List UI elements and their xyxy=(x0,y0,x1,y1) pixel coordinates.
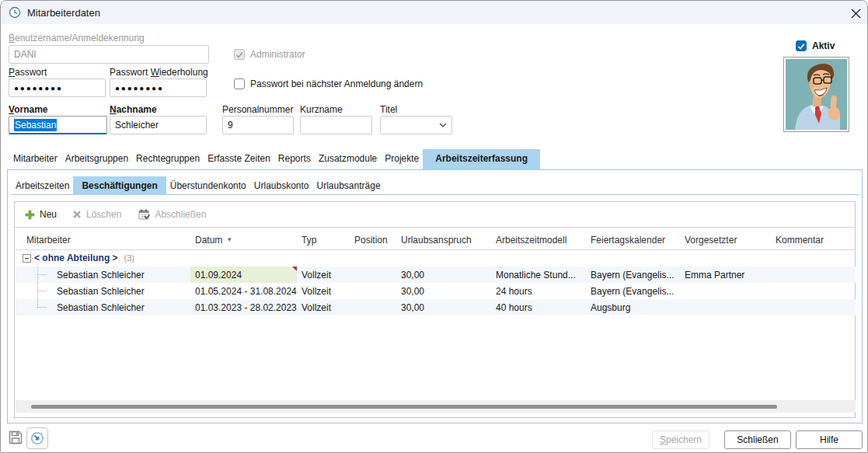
tab-reports[interactable]: Reports xyxy=(274,149,315,170)
plus-icon xyxy=(25,210,35,220)
change-password-checkbox[interactable]: Passwort bei nächster Anmeldung ändern xyxy=(234,78,423,89)
title-bar: Mitarbeiterdaten xyxy=(1,1,867,24)
employee-photo xyxy=(783,57,849,132)
vorname-label: Vorname xyxy=(9,104,47,115)
subtab-beschaeftigungen[interactable]: Beschäftigungen xyxy=(73,176,166,195)
neu-button[interactable]: Neu xyxy=(25,209,57,220)
employee-photo-image xyxy=(786,59,847,130)
personalnummer-field[interactable]: 9 xyxy=(222,116,294,134)
nachname-label: Nachname xyxy=(110,104,157,115)
tab-erfasste-zeiten[interactable]: Erfasste Zeiten xyxy=(204,149,274,170)
kurzname-label: Kurzname xyxy=(300,104,343,115)
nachname-field[interactable]: Schleicher xyxy=(110,116,207,134)
main-tab-strip: Mitarbeiter Arbeitsgruppen Rechtegruppen… xyxy=(9,149,540,170)
arrow-circle-icon xyxy=(30,431,44,445)
column-header-feiertagskalender[interactable]: Feiertagskalender xyxy=(586,230,680,249)
vorname-field[interactable]: Sebastian xyxy=(9,116,107,134)
group-count: (3) xyxy=(124,253,134,263)
administrator-checkbox[interactable]: Administrator xyxy=(234,49,305,60)
beschaeftigungen-grid: Neu Löschen Abschließen Mitarbeiter Datu… xyxy=(14,201,856,418)
tab-rechtegruppen[interactable]: Rechtegruppen xyxy=(132,149,204,170)
sync-icon-button[interactable] xyxy=(26,427,48,449)
hilfe-button[interactable]: Hilfe xyxy=(796,430,863,449)
aktiv-checkbox[interactable]: Aktiv xyxy=(796,40,835,51)
datum-cell-highlighted: 01.09.2024 xyxy=(190,267,297,283)
column-header-typ[interactable]: Typ xyxy=(297,230,350,249)
column-header-datum[interactable]: Datum▼ xyxy=(190,230,297,249)
table-row[interactable]: Sebastian Schleicher 01.09.2024 Vollzeit… xyxy=(16,267,856,283)
column-header-mitarbeiter[interactable]: Mitarbeiter xyxy=(22,230,190,249)
horizontal-scrollbar-thumb[interactable] xyxy=(31,405,777,409)
column-header-vorgesetzter[interactable]: Vorgesetzter xyxy=(680,230,771,249)
table-row[interactable]: Sebastian Schleicher 01.05.2024 - 31.08.… xyxy=(16,283,856,299)
kurzname-field[interactable] xyxy=(300,116,372,134)
tab-arbeitsgruppen[interactable]: Arbeitsgruppen xyxy=(61,149,132,170)
tab-projekte[interactable]: Projekte xyxy=(381,149,423,170)
sort-desc-icon: ▼ xyxy=(226,236,232,243)
personalnummer-label: Personalnummer xyxy=(222,104,293,115)
table-row[interactable]: Sebastian Schleicher 01.03.2023 - 28.02.… xyxy=(16,299,856,315)
group-row[interactable]: < ohne Abteilung >(3) xyxy=(16,250,856,267)
delete-x-icon xyxy=(72,210,82,219)
chevron-down-icon xyxy=(439,123,447,127)
administrator-label: Administrator xyxy=(250,49,305,60)
speichern-button[interactable]: Speichern xyxy=(652,430,709,449)
aktiv-label: Aktiv xyxy=(812,40,835,51)
column-header-position[interactable]: Position xyxy=(350,230,396,249)
password-field[interactable]: ●●●●●●●● xyxy=(9,78,106,97)
grid-header-row: Mitarbeiter Datum▼ Typ Position Urlaubsa… xyxy=(16,230,856,250)
subtab-arbeitszeiten[interactable]: Arbeitszeiten xyxy=(12,176,73,195)
username-label: Benutzername/Anmeldekennung xyxy=(9,33,145,44)
loeschen-button[interactable]: Löschen xyxy=(72,209,121,220)
change-password-label: Passwort bei nächster Anmeldung ändern xyxy=(250,78,423,89)
username-field[interactable]: DANI xyxy=(9,45,209,64)
titel-label: Titel xyxy=(380,104,397,115)
abschliessen-button[interactable]: Abschließen xyxy=(138,209,206,220)
subtab-urlaubskonto[interactable]: Urlaubskonto xyxy=(250,176,313,195)
titel-select[interactable] xyxy=(380,116,452,134)
column-header-urlaubsanspruch[interactable]: Urlaubsanspruch xyxy=(396,230,491,249)
column-header-kommentar[interactable]: Kommentar xyxy=(771,230,844,249)
password-label: Passwort xyxy=(9,67,47,78)
column-header-arbeitszeitmodell[interactable]: Arbeitszeitmodell xyxy=(491,230,586,249)
tab-mitarbeiter[interactable]: Mitarbeiter xyxy=(9,149,61,170)
dialog-mitarbeiterdaten: Mitarbeiterdaten Benutzername/Anmeldeken… xyxy=(0,0,868,453)
change-password-checkbox-box[interactable] xyxy=(234,78,245,89)
sub-tab-strip: Arbeitszeiten Beschäftigungen Überstunde… xyxy=(12,176,385,195)
calendar-icon xyxy=(138,209,150,220)
app-clock-icon xyxy=(9,6,21,19)
schliessen-button[interactable]: Schließen xyxy=(724,430,791,449)
group-label: < ohne Abteilung >(3) xyxy=(34,253,134,263)
tab-zusatzmodule[interactable]: Zusatzmodule xyxy=(315,149,381,170)
subtab-ueberstundenkonto[interactable]: Überstundenkonto xyxy=(166,176,250,195)
password-repeat-field[interactable]: ●●●●●●●● xyxy=(110,78,207,97)
close-icon[interactable] xyxy=(846,4,865,23)
grid-toolbar: Neu Löschen Abschließen xyxy=(15,202,855,228)
aktiv-checkbox-box[interactable] xyxy=(796,40,807,51)
administrator-checkbox-box[interactable] xyxy=(234,49,245,60)
collapse-icon[interactable] xyxy=(23,254,31,263)
password-repeat-label: Passwort Wiederholung xyxy=(110,67,208,78)
subtab-urlaubsantraege[interactable]: Urlaubsanträge xyxy=(313,176,385,195)
save-icon[interactable] xyxy=(8,430,23,445)
horizontal-scrollbar[interactable] xyxy=(16,400,856,413)
window-title: Mitarbeiterdaten xyxy=(27,7,100,19)
tab-arbeitszeiterfassung[interactable]: Arbeitszeiterfassung xyxy=(423,149,540,170)
